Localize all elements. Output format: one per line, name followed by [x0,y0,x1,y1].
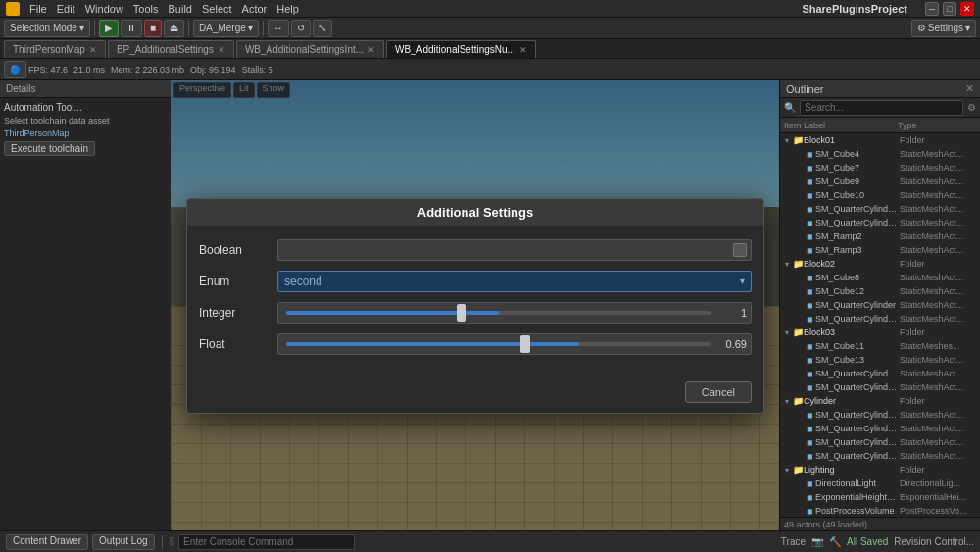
execute-btn-row[interactable]: Execute toolchain [4,141,167,156]
tree-item[interactable]: ◼SM_Cube13StaticMeshAct... [780,353,980,367]
outliner-header: Outliner ✕ [780,80,980,98]
tree-item[interactable]: ◼SM_QuarterCylinder11StaticMeshAct... [780,408,980,422]
auto-save-btn[interactable]: 🔵 [4,61,26,78]
tree-item[interactable]: ◼SM_Cube12StaticMeshAct... [780,284,980,298]
mesh-icon: ◼ [804,507,815,516]
menu-help[interactable]: Help [276,3,299,15]
camera-icon: 📷 [811,536,823,547]
revision-control-btn[interactable]: Revision Control... [894,536,974,547]
console-input[interactable] [178,534,355,550]
eject-btn[interactable]: ⏏ [164,20,184,37]
outliner-options-icon[interactable]: ⚙ [967,102,976,113]
boolean-checkbox[interactable] [733,243,747,257]
menu-select[interactable]: Select [202,3,232,15]
tab-thirdpersonmap[interactable]: ThirdPersonMap ✕ [4,40,106,58]
tree-item[interactable]: ◼SM_QuarterCylinder14StaticMeshAct... [780,449,980,463]
tab-close-2[interactable]: ✕ [218,45,225,55]
folder-icon: 📁 [792,327,804,337]
tree-item[interactable]: ◼ExponentialHeightFogExponentialHei... [780,490,980,504]
tree-item[interactable]: ◼SM_QuarterCylinder13StaticMeshAct... [780,435,980,449]
viewport[interactable]: Perspective Lit Show Additional Settings… [172,80,779,530]
scale-snap-btn[interactable]: ⤡ [313,20,332,37]
tree-item[interactable]: ▾📁LightingFolder [780,463,980,477]
execute-toolchain-btn[interactable]: Execute toolchain [4,141,95,156]
tree-item[interactable]: ◼SM_Cube11StaticMeshes... [780,339,980,353]
trace-icon[interactable]: Trace [781,536,806,547]
mesh-icon: ◼ [804,315,815,324]
tree-item-label: DirectionalLight [815,478,900,488]
outliner-tree[interactable]: ▾📁Block01Folder◼SM_Cube4StaticMeshAct...… [780,133,980,517]
tree-expand-icon[interactable]: ▾ [782,466,792,475]
tree-item[interactable]: ◼SM_Ramp3StaticMeshAct... [780,243,980,257]
tab-wb-additionalsettingsint[interactable]: WB_AdditionalSettingsInt... ✕ [236,40,384,58]
tab-close-3[interactable]: ✕ [368,45,375,55]
tree-item[interactable]: ◼SM_Cube10StaticMeshAct... [780,188,980,202]
tab-bp-additionalsettings[interactable]: BP_AdditionalSettings ✕ [108,40,234,58]
outliner-cols-header: Item Label Type [780,118,980,133]
tree-item-type: Folder [900,396,976,406]
content-drawer-btn[interactable]: Content Drawer [6,534,88,550]
outliner-search-input[interactable] [800,100,963,116]
tree-item-type: ExponentialHei... [900,492,976,502]
integer-slider-thumb[interactable] [457,304,466,322]
outliner-close-icon[interactable]: ✕ [965,82,974,95]
tree-item[interactable]: ▾📁CylinderFolder [780,394,980,408]
play-btn[interactable]: ▶ [99,20,119,37]
tree-item[interactable]: ◼SM_QuarterCylinder3StaticMeshAct... [780,202,980,216]
tab-close-4[interactable]: ✕ [519,45,527,55]
tree-item[interactable]: ◼SM_QuarterCylinderStaticMeshAct... [780,298,980,312]
integer-slider-container[interactable]: 1 [277,302,752,324]
rotate-snap-btn[interactable]: ↺ [291,20,311,37]
output-log-btn[interactable]: Output Log [92,534,154,550]
menu-actor[interactable]: Actor [242,3,268,15]
close-btn[interactable]: ✕ [960,2,974,16]
tree-item[interactable]: ▾📁Block01Folder [780,133,980,147]
mesh-icon: ◼ [804,246,815,255]
tree-item-label: SM_Cube4 [815,149,900,159]
tree-item[interactable]: ▾📁Block03Folder [780,326,980,339]
tree-item[interactable]: ◼SM_QuarterCylinder6StaticMeshAct... [780,216,980,229]
modal-overlay: Additional Settings Boolean [172,80,779,530]
tree-item[interactable]: ◼PostProcessVolumePostProcessVo... [780,504,980,517]
da-merge-btn[interactable]: DA_Merge ▾ [193,20,259,37]
tree-expand-icon[interactable]: ▾ [782,260,792,269]
menu-window[interactable]: Window [85,3,123,15]
stop-btn[interactable]: ■ [144,20,162,37]
tab-close-1[interactable]: ✕ [89,45,97,55]
tree-item[interactable]: ◼SM_Cube4StaticMeshAct... [780,147,980,161]
menu-build[interactable]: Build [169,3,192,15]
cancel-button[interactable]: Cancel [685,381,752,403]
tree-item[interactable]: ◼SM_Cube7StaticMeshAct... [780,161,980,175]
tree-item[interactable]: ◼SM_QuarterCylinder4StaticMeshAct... [780,367,980,380]
tree-item[interactable]: ◼SM_QuarterCylinder12StaticMeshAct... [780,422,980,435]
boolean-row: Boolean [199,238,752,262]
tree-expand-icon[interactable]: ▾ [782,136,792,145]
selection-mode-btn[interactable]: Selection Mode ▾ [4,20,90,37]
tree-item-label: SM_QuarterCylinder5 [815,382,900,392]
mesh-icon: ◼ [804,287,815,296]
settings-btn[interactable]: ⚙ Settings ▾ [911,20,976,37]
viewport-inner: Perspective Lit Show Additional Settings… [172,80,779,530]
tree-item[interactable]: ◼SM_QuarterCylinder5StaticMeshAct... [780,380,980,394]
tab-wb-additionalsettingsnu[interactable]: WB_AdditionalSettingsNu... ✕ [386,40,536,58]
menu-edit[interactable]: Edit [57,3,75,15]
tree-item[interactable]: ▾📁Block02Folder [780,257,980,271]
tree-item[interactable]: ◼DirectionalLightDirectionalLig... [780,477,980,490]
float-slider-thumb[interactable] [520,335,530,353]
menu-file[interactable]: File [29,3,47,15]
tree-expand-icon[interactable]: ▾ [782,328,792,337]
menu-tools[interactable]: Tools [133,3,159,15]
tree-item[interactable]: ◼SM_QuarterCylinder2StaticMeshAct... [780,312,980,326]
pause-btn[interactable]: ⏸ [121,20,142,37]
float-slider-container[interactable]: 0.69 [277,333,752,355]
maximize-btn[interactable]: □ [943,2,956,16]
integer-slider-fill [286,311,499,315]
enum-select[interactable]: second ▾ [277,271,752,292]
tree-item[interactable]: ◼SM_Ramp2StaticMeshAct... [780,229,980,243]
minimize-btn[interactable]: ─ [925,2,939,16]
tree-item-label: SM_Cube10 [815,190,900,200]
tree-item[interactable]: ◼SM_Cube9StaticMeshAct... [780,175,980,188]
translate-snap-btn[interactable]: ↔ [268,20,289,37]
tree-expand-icon[interactable]: ▾ [782,397,792,406]
tree-item[interactable]: ◼SM_Cube8StaticMeshAct... [780,271,980,284]
